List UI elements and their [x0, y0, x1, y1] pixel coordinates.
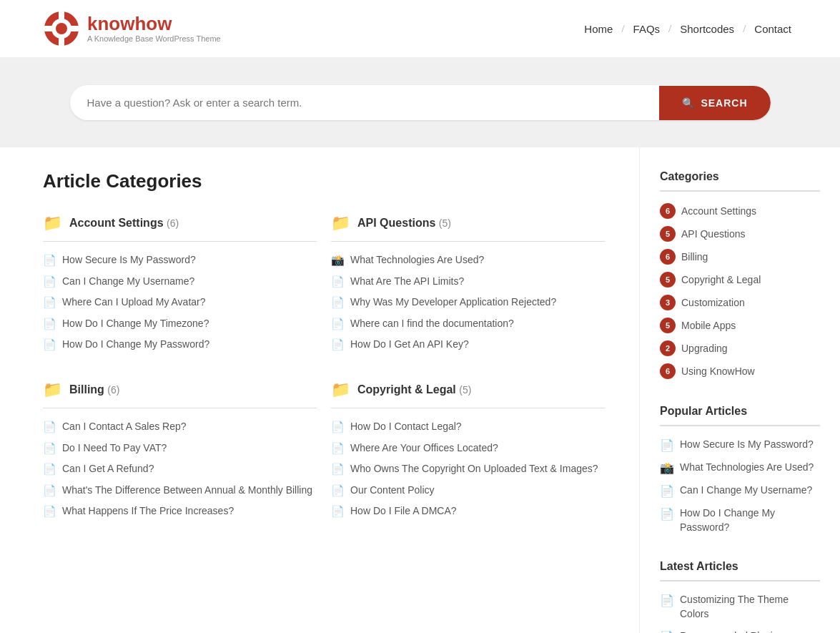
list-item[interactable]: 📄 Where can I find the documentation?	[331, 317, 605, 331]
list-item[interactable]: 📄 What Are The API Limits?	[331, 275, 605, 289]
article-link: How Do I Get An API Key?	[350, 338, 469, 352]
doc-icon: 📄	[43, 338, 56, 351]
search-button[interactable]: 🔍 SEARCH	[659, 86, 770, 120]
sidebar-item-mobile-apps[interactable]: 5 Mobile Apps	[660, 318, 820, 333]
popular-item-3[interactable]: 📄 How Do I Change My Password?	[660, 506, 820, 534]
nav-contact[interactable]: Contact	[748, 20, 797, 38]
logo[interactable]: knowhow A Knowledge Base WordPress Theme	[43, 10, 221, 47]
article-link: How Do I Change My Password?	[62, 338, 209, 352]
doc-icon: 📄	[43, 254, 56, 267]
search-input[interactable]	[70, 85, 660, 120]
doc-icon: 📸	[331, 254, 345, 267]
cat-label: Upgrading	[681, 343, 728, 354]
doc-icon: 📄	[331, 275, 345, 288]
doc-icon: 📄	[43, 275, 56, 288]
sidebar-popular-section: Popular Articles 📄 How Secure Is My Pass…	[660, 405, 820, 534]
categories-col-left: 📁 Account Settings (6) 📄 How Secure Is M…	[43, 214, 317, 547]
sidebar-latest-list: 📄 Customizing The Theme Colors 📄 Recomme…	[660, 593, 820, 633]
article-link: What Are The API Limits?	[350, 275, 464, 289]
doc-icon: 📄	[331, 505, 345, 518]
sidebar-item-billing[interactable]: 6 Billing	[660, 249, 820, 265]
list-item[interactable]: 📄 How Secure Is My Password?	[43, 253, 317, 268]
list-item[interactable]: 📄 Can I Change My Username?	[43, 275, 317, 289]
list-item[interactable]: 📄 How Do I File A DMCA?	[331, 504, 605, 519]
category-count-account-settings: (6)	[167, 217, 179, 229]
doc-icon: 📄	[660, 594, 674, 607]
category-header-copyright-legal: 📁 Copyright & Legal (5)	[331, 381, 605, 408]
doc-icon: 📄	[43, 296, 56, 309]
folder-icon: 📁	[43, 381, 62, 399]
nav-sep-3: /	[743, 23, 746, 35]
popular-item-2[interactable]: 📄 Can I Change My Username?	[660, 484, 820, 498]
hero-search-section: 🔍 SEARCH	[0, 58, 840, 147]
list-item[interactable]: 📄 What Happens If The Price Increases?	[43, 504, 317, 519]
article-list-api-questions: 📸 What Technologies Are Used? 📄 What Are…	[331, 253, 605, 352]
doc-icon: 📄	[43, 421, 56, 433]
sidebar-categories-heading: Categories	[660, 170, 820, 192]
list-item[interactable]: 📄 Where Can I Upload My Avatar?	[43, 295, 317, 310]
article-link: Who Owns The Copyright On Uploaded Text …	[350, 462, 598, 476]
article-link: Where Are Your Offices Located?	[350, 441, 498, 456]
nav-faqs[interactable]: FAQs	[628, 20, 666, 38]
category-title-api-questions[interactable]: API Questions (5)	[357, 217, 451, 230]
cat-label: Billing	[681, 251, 708, 262]
category-count-billing: (6)	[107, 384, 119, 396]
popular-item-0[interactable]: 📄 How Secure Is My Password?	[660, 438, 820, 452]
category-api-questions: 📁 API Questions (5) 📸 What Technologies …	[331, 214, 605, 352]
article-link: Do I Need To Pay VAT?	[62, 441, 167, 456]
latest-link: Customizing The Theme Colors	[680, 593, 820, 621]
article-link: Can I Change My Username?	[62, 275, 194, 289]
list-item[interactable]: 📄 Our Content Policy	[331, 484, 605, 498]
sidebar-item-using-knowhow[interactable]: 6 Using KnowHow	[660, 363, 820, 379]
popular-link: Can I Change My Username?	[680, 484, 812, 498]
doc-icon: 📄	[331, 318, 345, 330]
list-item[interactable]: 📄 What's The Difference Between Annual &…	[43, 484, 317, 498]
sidebar-item-customization[interactable]: 3 Customization	[660, 295, 820, 310]
popular-link: How Do I Change My Password?	[680, 506, 820, 534]
article-link: Why Was My Developer Application Rejecte…	[350, 295, 556, 310]
list-item[interactable]: 📄 Do I Need To Pay VAT?	[43, 441, 317, 456]
article-link: What Happens If The Price Increases?	[62, 504, 234, 519]
sidebar-item-api-questions[interactable]: 5 API Questions	[660, 226, 820, 242]
list-item[interactable]: 📄 How Do I Contact Legal?	[331, 420, 605, 434]
category-title-copyright-legal[interactable]: Copyright & Legal (5)	[357, 383, 471, 396]
svg-rect-3	[59, 11, 64, 21]
list-item[interactable]: 📄 Can I Contact A Sales Rep?	[43, 420, 317, 434]
sidebar-item-upgrading[interactable]: 2 Upgrading	[660, 340, 820, 356]
cat-badge: 3	[660, 295, 676, 310]
cat-label: Copyright & Legal	[681, 274, 761, 285]
sidebar-latest-heading: Latest Articles	[660, 560, 820, 582]
cat-badge: 6	[660, 363, 676, 379]
category-title-account-settings[interactable]: Account Settings (6)	[69, 217, 179, 230]
list-item[interactable]: 📄 How Do I Change My Password?	[43, 338, 317, 352]
list-item[interactable]: 📄 Where Are Your Offices Located?	[331, 441, 605, 456]
category-account-settings: 📁 Account Settings (6) 📄 How Secure Is M…	[43, 214, 317, 352]
list-item[interactable]: 📸 What Technologies Are Used?	[331, 253, 605, 268]
sidebar-item-copyright-legal[interactable]: 5 Copyright & Legal	[660, 272, 820, 288]
cat-label: Using KnowHow	[681, 365, 755, 377]
category-title-billing[interactable]: Billing (6)	[69, 383, 119, 396]
cat-badge: 6	[660, 203, 676, 219]
list-item[interactable]: 📄 How Do I Get An API Key?	[331, 338, 605, 352]
popular-item-1[interactable]: 📸 What Technologies Are Used?	[660, 461, 820, 475]
nav-home[interactable]: Home	[578, 20, 618, 38]
nav-shortcodes[interactable]: Shortcodes	[674, 20, 740, 38]
doc-icon: 📄	[43, 318, 56, 330]
cat-label: Account Settings	[681, 205, 756, 217]
latest-item-0[interactable]: 📄 Customizing The Theme Colors	[660, 593, 820, 621]
category-header-billing: 📁 Billing (6)	[43, 381, 317, 408]
sidebar-item-account-settings[interactable]: 6 Account Settings	[660, 203, 820, 219]
list-item[interactable]: 📄 Who Owns The Copyright On Uploaded Tex…	[331, 462, 605, 476]
latest-item-1[interactable]: 📄 Recommended Plugins	[660, 629, 820, 633]
logo-name: knowhow	[87, 14, 221, 33]
list-item[interactable]: 📄 How Do I Change My Timezone?	[43, 317, 317, 331]
article-list-account-settings: 📄 How Secure Is My Password? 📄 Can I Cha…	[43, 253, 317, 352]
popular-link: What Technologies Are Used?	[680, 461, 814, 475]
list-item[interactable]: 📄 Can I Get A Refund?	[43, 462, 317, 476]
main-layout: Article Categories 📁 Account Settings (6…	[0, 147, 840, 633]
search-icon: 🔍	[682, 97, 695, 109]
article-link: How Do I File A DMCA?	[350, 504, 457, 519]
nav-sep-1: /	[621, 23, 624, 35]
list-item[interactable]: 📄 Why Was My Developer Application Rejec…	[331, 295, 605, 310]
latest-link: Recommended Plugins	[680, 629, 784, 633]
